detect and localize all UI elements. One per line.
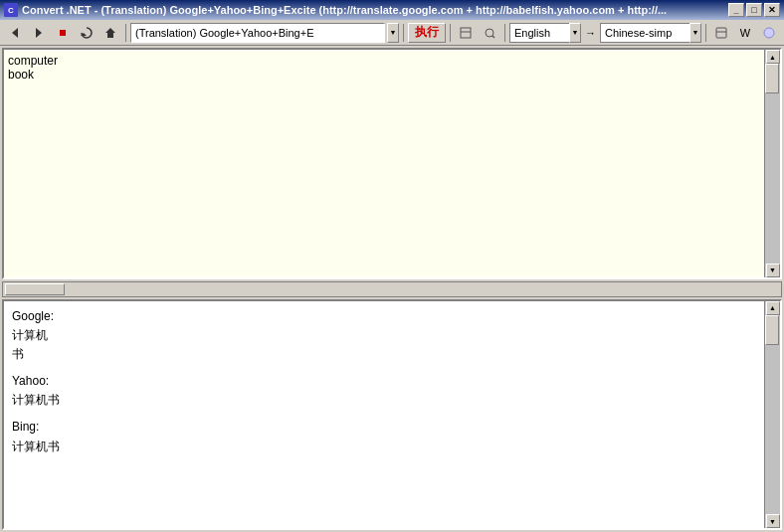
- home-button[interactable]: [99, 22, 121, 44]
- svg-rect-9: [716, 28, 726, 38]
- input-scroll-up[interactable]: ▲: [766, 50, 780, 64]
- toolbar-separator-2: [403, 24, 404, 42]
- toolbar-extra-btn-3[interactable]: [758, 22, 780, 44]
- toolbar-separator-1: [125, 24, 126, 42]
- language-from-display: English: [509, 23, 569, 43]
- app-icon-label: C: [8, 6, 14, 15]
- svg-marker-4: [105, 28, 115, 38]
- title-bar: C Convert .NET - (Translation) Google+Ya…: [0, 0, 784, 20]
- result-section-google: Google:计算机书: [12, 307, 756, 365]
- language-to-arrow[interactable]: ▼: [689, 23, 701, 43]
- input-scroll-thumb[interactable]: [765, 64, 779, 93]
- output-scroll-down[interactable]: ▼: [766, 514, 780, 528]
- toolbar-separator-5: [705, 24, 706, 42]
- execute-button[interactable]: 执行: [408, 23, 446, 43]
- input-panel: computer book ▲ ▼: [2, 48, 782, 279]
- toolbar-btn-1[interactable]: [455, 22, 477, 44]
- url-input[interactable]: [130, 23, 385, 43]
- url-dropdown-arrow[interactable]: ▼: [387, 23, 399, 43]
- input-textarea[interactable]: computer book: [4, 50, 764, 277]
- svg-line-8: [492, 36, 494, 38]
- svg-marker-0: [12, 28, 18, 38]
- result-section-bing: Bing:计算机书: [12, 418, 756, 455]
- result-label-google: Google:: [12, 309, 54, 323]
- output-scroll-thumb[interactable]: [765, 315, 779, 345]
- svg-rect-2: [60, 30, 66, 36]
- svg-marker-1: [36, 28, 42, 38]
- toolbar: ▼ 执行 English ▼ → Chinese-simp ▼ W: [0, 20, 784, 46]
- result-text: 书: [12, 345, 756, 364]
- stop-button[interactable]: [52, 22, 74, 44]
- svg-point-11: [764, 28, 774, 38]
- language-from-wrapper: English ▼: [509, 23, 581, 43]
- close-button[interactable]: ✕: [764, 3, 780, 17]
- toolbar-separator-3: [450, 24, 451, 42]
- result-text: 计算机: [12, 326, 756, 345]
- input-scroll-down[interactable]: ▼: [766, 264, 780, 277]
- execute-label: 执行: [415, 24, 439, 41]
- app-icon: C: [4, 3, 18, 17]
- output-scrollbar: ▲ ▼: [764, 301, 780, 529]
- svg-point-7: [486, 29, 493, 37]
- language-to-wrapper: Chinese-simp ▼: [600, 23, 701, 43]
- title-bar-text: Convert .NET - (Translation) Google+Yaho…: [22, 4, 728, 16]
- toolbar-separator-4: [504, 24, 505, 42]
- maximize-button[interactable]: □: [746, 3, 762, 17]
- direction-arrow: →: [585, 27, 596, 39]
- output-content: Google:计算机书Yahoo:计算机书Bing:计算机书: [4, 301, 764, 529]
- h-scrollbar-thumb[interactable]: [5, 283, 65, 295]
- language-to-display: Chinese-simp: [600, 23, 689, 43]
- back-button[interactable]: [4, 22, 26, 44]
- input-scrollbar: ▲ ▼: [764, 50, 780, 277]
- toolbar-extra-btn-2[interactable]: W: [734, 22, 756, 44]
- output-panel: Google:计算机书Yahoo:计算机书Bing:计算机书 ▲ ▼: [2, 299, 782, 531]
- svg-rect-5: [461, 28, 471, 38]
- result-text: 计算机书: [12, 391, 756, 410]
- result-label-yahoo: Yahoo:: [12, 374, 49, 388]
- refresh-button[interactable]: [76, 22, 98, 44]
- main-area: computer book ▲ ▼ Google:计算机书Yahoo:计算机书B…: [0, 46, 784, 532]
- output-scroll-up[interactable]: ▲: [766, 301, 780, 315]
- minimize-button[interactable]: _: [728, 3, 744, 17]
- input-scroll-track[interactable]: [765, 64, 780, 264]
- toolbar-extra-btn-1[interactable]: [710, 22, 732, 44]
- output-scroll-track[interactable]: [765, 315, 780, 515]
- toolbar-btn-2[interactable]: [479, 22, 500, 44]
- result-section-yahoo: Yahoo:计算机书: [12, 372, 756, 410]
- h-scrollbar[interactable]: [2, 281, 782, 297]
- title-bar-buttons: _ □ ✕: [728, 3, 780, 17]
- forward-button[interactable]: [28, 22, 50, 44]
- result-text: 计算机书: [12, 438, 756, 456]
- language-from-arrow[interactable]: ▼: [569, 23, 581, 43]
- result-label-bing: Bing:: [12, 420, 39, 434]
